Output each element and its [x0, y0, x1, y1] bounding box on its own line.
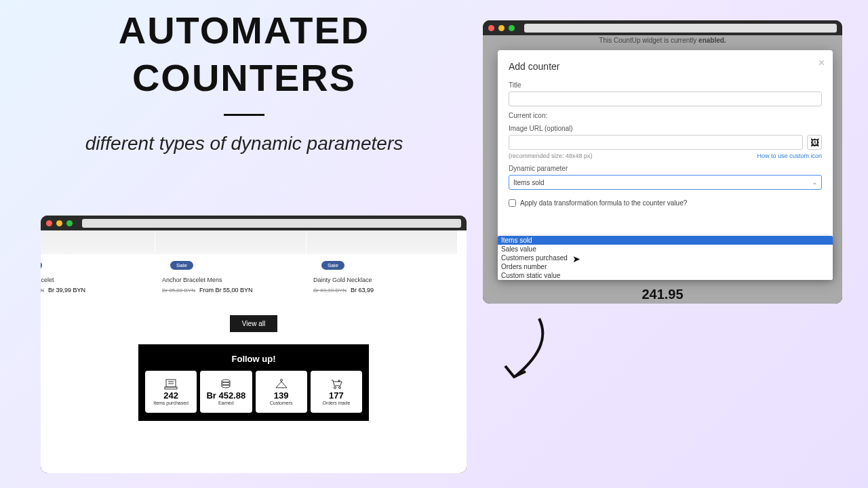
- product-name: Dainty Gold Necklace: [313, 277, 457, 283]
- svg-point-10: [334, 387, 336, 389]
- counters-row: 242 Items purchased Br 452.88 Earned 139…: [145, 371, 362, 413]
- counter-value: 177: [329, 390, 344, 401]
- counter-label: Items purchased: [153, 401, 189, 405]
- hero-title-line2: COUNTERS: [132, 56, 356, 99]
- image-url-label: Image URL (optional): [509, 125, 822, 132]
- product-price: Br 85,00 BYNFrom Br 55,00 BYN: [162, 287, 306, 293]
- transform-label: Apply data transformation formula to the…: [520, 199, 687, 207]
- admin-window: This CountUp widget is currently enabled…: [483, 20, 842, 304]
- bg-counter-value: 241.95: [642, 287, 683, 302]
- hero: AUTOMATED COUNTERS different types of dy…: [41, 7, 448, 158]
- product-row: Sale Bangle Bracelet Br 43,99 BYNBr 39,9…: [41, 230, 467, 298]
- counter-label: Earned: [218, 401, 234, 405]
- product-name: Anchor Bracelet Mens: [162, 277, 306, 283]
- sale-badge: Sale: [170, 261, 193, 270]
- dynamic-param-label: Dynamic parameter: [509, 165, 822, 172]
- svg-rect-1: [165, 387, 177, 389]
- counter-label: Orders made: [322, 401, 350, 405]
- product-price: Br 69,99 BYNBr 63,99: [313, 287, 457, 293]
- svg-point-5: [222, 382, 230, 385]
- close-icon[interactable]: ×: [818, 57, 825, 69]
- coins-icon: [219, 378, 233, 390]
- admin-titlebar: [483, 20, 842, 35]
- new-price: Br 39,99 BYN: [48, 287, 85, 293]
- howto-link[interactable]: How to use custom icon: [757, 152, 822, 159]
- old-price: Br 69,99 BYN: [313, 287, 347, 293]
- dynamic-param-dropdown[interactable]: Items sold ⌄: [509, 175, 822, 190]
- counter-value: 242: [163, 390, 178, 401]
- product-name: Bangle Bracelet: [41, 277, 155, 283]
- svg-point-6: [222, 385, 230, 388]
- dropdown-option[interactable]: Sales value: [498, 245, 833, 253]
- product-card[interactable]: Sale Dainty Gold Necklace Br 69,99 BYNBr…: [307, 230, 457, 298]
- dropdown-value: Items sold: [513, 179, 545, 186]
- view-all-button[interactable]: View all: [230, 315, 277, 332]
- title-input[interactable]: [509, 92, 822, 106]
- svg-point-11: [338, 387, 340, 389]
- maximize-icon[interactable]: [66, 220, 73, 226]
- minimize-icon[interactable]: [498, 25, 505, 31]
- image-url-input[interactable]: [509, 135, 803, 150]
- new-price: From Br 55,00 BYN: [199, 287, 253, 293]
- product-card[interactable]: Sale Bangle Bracelet Br 43,99 BYNBr 39,9…: [41, 230, 155, 298]
- svg-point-4: [222, 380, 230, 382]
- dropdown-option[interactable]: Custom static value: [498, 271, 833, 280]
- counter-value: 139: [274, 390, 289, 401]
- transform-checkbox[interactable]: [509, 199, 516, 207]
- counter-card: 139 Customers: [256, 371, 307, 413]
- dropdown-option[interactable]: Customers purchased: [498, 253, 833, 262]
- sale-badge: Sale: [321, 261, 344, 270]
- new-price: Br 63,99: [351, 287, 374, 293]
- chevron-down-icon: ⌄: [812, 180, 817, 186]
- product-price: Br 43,99 BYNBr 39,99 BYN: [41, 287, 155, 293]
- hero-subtitle: different types of dynamic parameters: [41, 129, 448, 158]
- dropdown-option[interactable]: Orders number: [498, 262, 833, 271]
- follow-title: Follow up!: [145, 354, 362, 364]
- counter-card: 177 Orders made: [311, 371, 362, 413]
- product-image: [307, 230, 457, 254]
- cart-icon: [330, 378, 343, 390]
- product-image: [155, 230, 306, 254]
- hero-divider: [224, 114, 264, 116]
- modal-title: Add counter: [509, 61, 822, 72]
- cash-register-icon: [164, 378, 178, 390]
- old-price: Br 85,00 BYN: [162, 287, 195, 293]
- svg-point-9: [280, 380, 282, 382]
- counter-card: 242 Items purchased: [145, 371, 197, 413]
- minimize-icon[interactable]: [56, 220, 62, 226]
- hero-title-line1: AUTOMATED: [119, 9, 370, 52]
- storefront-titlebar: [41, 216, 467, 230]
- close-icon[interactable]: [488, 25, 494, 31]
- maximize-icon[interactable]: [509, 25, 515, 31]
- storefront-content: Sale Bangle Bracelet Br 43,99 BYNBr 39,9…: [41, 230, 467, 473]
- current-icon-label: Current icon:: [509, 112, 822, 119]
- dropdown-option[interactable]: Items sold: [498, 236, 833, 245]
- url-bar[interactable]: [82, 219, 461, 228]
- size-hint: (recommended size: 48x48 px): [509, 152, 593, 159]
- product-image: [41, 230, 155, 254]
- product-card[interactable]: Sale Anchor Bracelet Mens Br 85,00 BYNFr…: [155, 230, 306, 298]
- close-icon[interactable]: [46, 220, 52, 226]
- storefront-window: Sale Bangle Bracelet Br 43,99 BYNBr 39,9…: [41, 216, 467, 473]
- counter-card: Br 452.88 Earned: [200, 371, 252, 413]
- hero-title: AUTOMATED COUNTERS: [41, 7, 448, 102]
- admin-content: This CountUp widget is currently enabled…: [483, 35, 842, 304]
- url-bar[interactable]: [524, 24, 837, 33]
- counter-label: Customers: [270, 401, 293, 405]
- dropdown-options: Items sold Sales value Customers purchas…: [498, 236, 833, 280]
- old-price: Br 43,99 BYN: [41, 287, 44, 293]
- follow-panel: Follow up! 242 Items purchased Br 452.88…: [138, 344, 369, 421]
- title-label: Title: [509, 81, 822, 89]
- sale-badge: Sale: [41, 261, 42, 270]
- hanger-icon: [275, 378, 288, 390]
- arrow-icon: [495, 312, 556, 393]
- image-picker-icon[interactable]: 🖼: [807, 135, 822, 150]
- counter-value: Br 452.88: [206, 390, 245, 401]
- widget-status: This CountUp widget is currently enabled…: [599, 37, 726, 44]
